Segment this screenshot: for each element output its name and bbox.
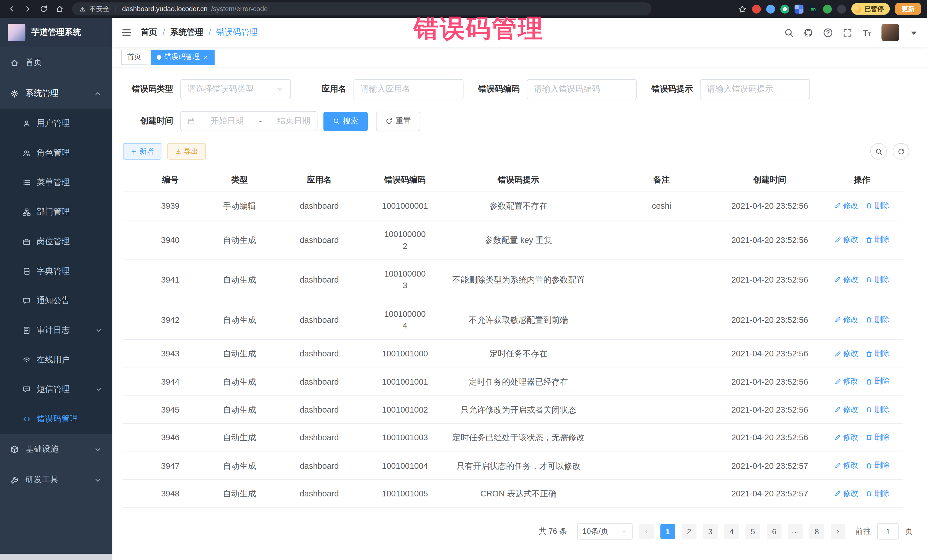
sidebar-item-dept-management[interactable]: 部门管理: [0, 197, 112, 227]
search-icon[interactable]: [784, 27, 794, 37]
back-icon[interactable]: [6, 3, 18, 15]
date-start[interactable]: 开始日期: [211, 116, 243, 126]
extension-icon-7[interactable]: [837, 5, 846, 14]
delete-button[interactable]: 删除: [865, 200, 890, 212]
search-button[interactable]: 搜索: [324, 111, 368, 131]
reload-icon[interactable]: [38, 3, 50, 15]
tag-error-code-management[interactable]: 错误码管理: [151, 49, 215, 65]
extension-icon-3[interactable]: [780, 5, 789, 14]
page-button-3[interactable]: 3: [703, 524, 718, 539]
delete-button[interactable]: 删除: [865, 460, 890, 471]
delete-button[interactable]: 删除: [865, 488, 890, 499]
page-button-2[interactable]: 2: [682, 524, 696, 539]
github-icon[interactable]: [804, 27, 813, 37]
refresh-table-button[interactable]: [893, 143, 909, 160]
edit-button[interactable]: 修改: [834, 314, 859, 325]
sidebar-item-audit-log[interactable]: 审计日志: [0, 316, 112, 345]
date-end[interactable]: 结束日期: [277, 116, 310, 126]
page-button-4[interactable]: 4: [724, 524, 739, 539]
toggle-search-button[interactable]: [870, 143, 887, 160]
row-message: 不能删除类型为系统内置的参数配置: [433, 266, 604, 293]
breadcrumb-home[interactable]: 首页: [141, 27, 157, 38]
sidebar-item-system-management[interactable]: 系统管理: [0, 78, 112, 109]
sidebar-item-dev-tools[interactable]: 研发工具: [0, 464, 112, 495]
edit-button[interactable]: 修改: [834, 376, 859, 387]
extension-icon-1[interactable]: [752, 5, 761, 14]
date-range-picker[interactable]: 开始日期 - 结束日期: [180, 111, 318, 131]
extension-icon-4[interactable]: [795, 5, 804, 14]
error-message-input[interactable]: 请输入错误码提示: [700, 79, 810, 99]
app-logo[interactable]: 芋道管理系统: [0, 18, 112, 47]
extension-icon-6[interactable]: [823, 5, 832, 14]
close-icon[interactable]: [203, 54, 209, 60]
extension-icon-2[interactable]: [766, 5, 775, 14]
edit-button[interactable]: 修改: [834, 460, 859, 471]
export-button[interactable]: 导出: [167, 143, 206, 160]
delete-button[interactable]: 删除: [865, 432, 890, 443]
error-type-select[interactable]: 请选择错误码类型: [180, 79, 291, 99]
row-id: 3947: [123, 452, 217, 479]
page-button-1[interactable]: 1: [660, 524, 675, 539]
row-code: 1001001005: [377, 480, 433, 507]
paused-badge[interactable]: 已暂停: [851, 3, 890, 15]
sidebar-item-sms-management[interactable]: 短信管理: [0, 375, 112, 404]
delete-button[interactable]: 删除: [865, 314, 890, 325]
forward-icon[interactable]: [22, 3, 33, 15]
sidebar-toggle-button[interactable]: [112, 18, 141, 47]
delete-button[interactable]: 删除: [865, 376, 890, 387]
user-avatar[interactable]: [881, 24, 899, 41]
page-button-8[interactable]: 8: [810, 524, 824, 539]
page-size-select[interactable]: 10条/页: [577, 523, 633, 540]
goto-suffix: 页: [905, 526, 913, 537]
edit-button[interactable]: 修改: [834, 488, 859, 499]
sidebar-item-error-code-management[interactable]: 错误码管理: [0, 404, 112, 434]
delete-button[interactable]: 删除: [865, 274, 890, 285]
error-code-input[interactable]: 请输入错误码编码: [527, 79, 637, 99]
update-button[interactable]: 更新: [895, 3, 921, 15]
sidebar-item-notice-announcement[interactable]: 通知公告: [0, 286, 112, 316]
add-button[interactable]: 新增: [123, 143, 161, 160]
delete-button[interactable]: 删除: [865, 404, 890, 415]
edit-button[interactable]: 修改: [834, 274, 859, 285]
sidebar-item-home[interactable]: 首页: [0, 47, 112, 78]
edit-icon: [834, 316, 842, 323]
breadcrumb-system[interactable]: 系统管理: [170, 27, 204, 38]
address-bar[interactable]: 不安全 | dashboard.yudao.iocoder.cn/system/…: [72, 2, 652, 15]
help-icon[interactable]: [823, 27, 833, 37]
delete-button[interactable]: 删除: [865, 348, 890, 359]
fullscreen-icon[interactable]: [843, 27, 853, 37]
tag-home[interactable]: 首页: [121, 49, 147, 65]
prev-page-button[interactable]: [639, 524, 654, 539]
security-label[interactable]: 不安全: [89, 5, 110, 14]
next-page-button[interactable]: [831, 524, 845, 539]
more-pages-button[interactable]: ···: [788, 524, 803, 539]
edit-button[interactable]: 修改: [834, 234, 859, 246]
sidebar-item-infrastructure[interactable]: 基础设施: [0, 434, 112, 464]
edit-button[interactable]: 修改: [834, 348, 859, 359]
sidebar-item-post-management[interactable]: 岗位管理: [0, 227, 112, 256]
page-button-5[interactable]: 5: [746, 524, 760, 539]
delete-button[interactable]: 删除: [865, 234, 890, 246]
font-size-icon[interactable]: [862, 27, 872, 37]
row-code: 100100000 2: [377, 220, 433, 260]
page-button-6[interactable]: 6: [767, 524, 781, 539]
browser-home-icon[interactable]: [54, 3, 65, 15]
edit-button[interactable]: 修改: [834, 432, 859, 443]
app-name-input[interactable]: 请输入应用名: [353, 79, 464, 99]
caret-down-icon[interactable]: [909, 27, 919, 37]
sidebar-scrollbar[interactable]: [0, 554, 112, 560]
sidebar-item-user-management[interactable]: 用户管理: [0, 109, 112, 138]
edit-button[interactable]: 修改: [834, 404, 859, 415]
reset-button[interactable]: 重置: [376, 111, 420, 131]
extension-icon-5[interactable]: on: [808, 5, 818, 14]
sidebar-item-label: 审计日志: [37, 325, 70, 335]
bookmark-star-icon[interactable]: [738, 5, 747, 14]
row-time: 2021-04-20 23:52:56: [719, 226, 821, 253]
goto-page-input[interactable]: [877, 523, 899, 540]
sidebar-item-dict-management[interactable]: 字典管理: [0, 256, 112, 286]
post-icon: [23, 238, 31, 246]
edit-button[interactable]: 修改: [834, 200, 859, 212]
sidebar-item-online-users[interactable]: 在线用户: [0, 345, 112, 375]
sidebar-item-role-management[interactable]: 角色管理: [0, 138, 112, 168]
sidebar-item-menu-management[interactable]: 菜单管理: [0, 168, 112, 197]
